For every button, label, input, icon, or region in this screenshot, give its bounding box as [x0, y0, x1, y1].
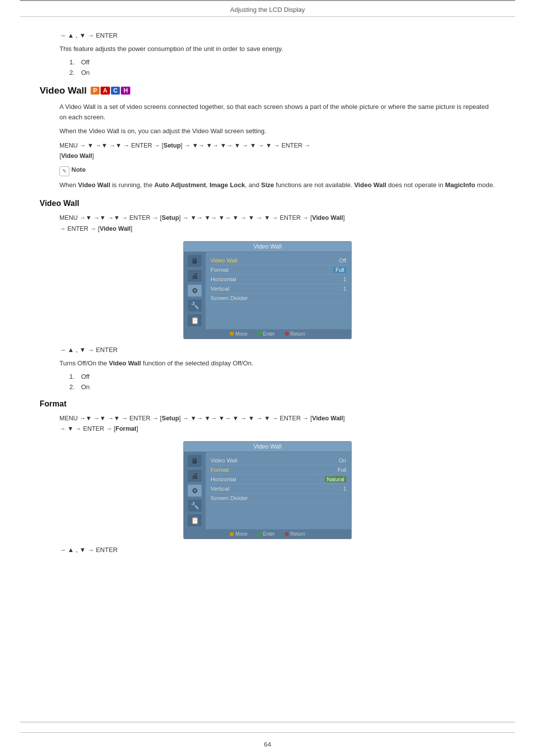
video-wall-sub-menu-path: MENU →▼ →▼ →▼ → ENTER → [Setup] → ▼→ ▼→ …: [59, 213, 495, 234]
screen-row-label-2-5: Screen Divider: [211, 495, 346, 501]
screen-titlebar-2: Video Wall: [184, 442, 351, 452]
screen-footer-1: Move Enter Return: [184, 329, 351, 339]
footer-return-2: Return: [285, 531, 305, 537]
screen-mockup-2: Video Wall 🖥 🖨 ⚙ 🔧 📋 Video Wall : On: [183, 441, 352, 539]
screen-row-2-2: Format : Full: [211, 465, 346, 475]
screen-row-1-3: Horizontal : 1: [211, 275, 346, 284]
footer-enter-2: Enter: [258, 531, 275, 537]
screen-row-label-1-4: Vertical: [211, 286, 336, 292]
vw-list-label-1: Off: [81, 373, 90, 380]
footer-dot-green-1: [258, 332, 262, 336]
footer-enter-label-1: Enter: [263, 331, 275, 337]
sidebar-icon-2: 🖨: [188, 270, 202, 282]
screen-sidebar-1: 🖥 🖨 ⚙ 🔧 📋: [184, 252, 206, 329]
intro-list-item-2: 2. On: [69, 69, 495, 76]
format-sub-title: Format: [40, 400, 495, 408]
screen-container-2: Video Wall 🖥 🖨 ⚙ 🔧 📋 Video Wall : On: [40, 441, 495, 539]
intro-list-label-2: On: [81, 69, 90, 76]
screen-sidebar-2: 🖥 🖨 ⚙ 🔧 📋: [184, 452, 206, 529]
footer-move-2: Move: [230, 531, 247, 537]
badge-h: H: [121, 87, 130, 95]
footer-dot-red-1: [285, 332, 289, 336]
sidebar-icon-3: ⚙: [188, 285, 202, 297]
sidebar-icon-2-5: 📋: [188, 514, 202, 526]
sidebar-icon-2-1: 🖥: [188, 455, 202, 467]
screen-body-2: 🖥 🖨 ⚙ 🔧 📋 Video Wall : On Forma: [184, 452, 351, 529]
footer-return-label-1: Return: [290, 331, 305, 337]
footer-move-label-1: Move: [235, 331, 247, 337]
menu-path-videowall: Video Wall: [61, 152, 92, 159]
screen-row-2-4: Vertical : 1: [211, 484, 346, 494]
screen-body-1: 🖥 🖨 ⚙ 🔧 📋 Video Wall : Off Form: [184, 252, 351, 329]
screen-row-label-2-4: Vertical: [211, 486, 336, 492]
badge-c: C: [111, 87, 120, 95]
footer-enter-label-2: Enter: [263, 531, 275, 537]
page-header: Adjusting the LCD Display: [20, 1, 515, 17]
sidebar-icon-2-3: ⚙: [188, 485, 202, 497]
footer-dot-green-2: [258, 532, 262, 536]
menu-path-setup: Setup: [163, 142, 181, 149]
screen-row-1-2: Format : Full: [211, 265, 346, 275]
screen-mockup-1: Video Wall 🖥 🖨 ⚙ 🔧 📋 Video Wall : Off: [183, 241, 352, 339]
intro-list-label-1: Off: [81, 58, 90, 66]
screen-row-value-1-1: Off: [339, 257, 346, 263]
video-wall-nav-arrow: → ▲ , ▼ → ENTER: [59, 346, 495, 353]
screen-row-1-4: Vertical : 1: [211, 284, 346, 294]
intro-nav-arrow: → ▲ , ▼ → ENTER: [59, 32, 495, 39]
footer-move-label-2: Move: [235, 531, 247, 537]
page-number: 64: [20, 732, 515, 756]
sidebar-icon-1: 🖥: [188, 255, 202, 267]
footer-dot-yellow-1: [230, 332, 234, 336]
footer-divider: [20, 722, 515, 722]
screen-row-1-1: Video Wall : Off: [211, 256, 346, 265]
screen-row-value-1-2: Full: [333, 267, 346, 273]
screen-row-label-2-3: Horizontal: [211, 476, 317, 482]
footer-enter-1: Enter: [258, 331, 275, 337]
screen-row-value-1-3: 1: [343, 276, 346, 282]
note-body-text: When Video Wall is running, the Auto Adj…: [59, 180, 495, 191]
badge-p: P: [91, 87, 100, 95]
screen-row-value-2-4: 1: [343, 486, 346, 492]
page-header-title: Adjusting the LCD Display: [230, 6, 305, 13]
screen-row-2-5: Screen Divider: [211, 494, 346, 503]
screen-container-1: Video Wall 🖥 🖨 ⚙ 🔧 📋 Video Wall : Off: [40, 241, 495, 339]
screen-row-value-1-4: 1: [343, 286, 346, 292]
screen-row-label-2-1: Video Wall: [211, 457, 331, 463]
video-wall-sub-title: Video Wall: [40, 199, 495, 208]
vw-list-num-2: 2.: [69, 383, 79, 391]
sidebar-icon-2-4: 🔧: [188, 500, 202, 511]
footer-return-1: Return: [285, 331, 305, 337]
screen-row-value-2-3: Natural: [325, 476, 346, 482]
sidebar-icon-4: 🔧: [188, 300, 202, 311]
screen-row-2-3: Horizontal : Natural: [211, 475, 346, 484]
format-sub-menu-path: MENU →▼ →▼ →▼ → ENTER → [Setup] → ▼→ ▼→ …: [59, 413, 495, 435]
page-container: Adjusting the LCD Display → ▲ , ▼ → ENTE…: [0, 0, 535, 756]
sidebar-icon-2-2: 🖨: [188, 470, 202, 482]
note-label: Note: [71, 166, 86, 173]
video-wall-title-text: Video Wall: [40, 85, 87, 96]
footer-dot-red-2: [285, 532, 289, 536]
video-wall-list-item-1: 1. Off: [69, 373, 495, 380]
video-wall-sub-desc: Turns Off/On the Video Wall function of …: [59, 358, 495, 369]
footer-move-1: Move: [230, 331, 247, 337]
note-box: ✎ Note: [59, 166, 495, 176]
video-wall-desc1: A Video Wall is a set of video screens c…: [59, 102, 495, 123]
vw-list-label-2: On: [81, 383, 90, 391]
screen-main-2: Video Wall : On Format : Full Horizontal…: [206, 452, 351, 529]
intro-list-number-2: 2.: [69, 69, 79, 76]
screen-row-1-5: Screen Divider: [211, 294, 346, 303]
screen-row-2-1: Video Wall : On: [211, 456, 346, 465]
video-wall-menu-path: MENU → ▼ →▼ →▼ → ENTER → [Setup] → ▼→ ▼→…: [59, 141, 495, 162]
screen-row-value-2-2: Full: [337, 467, 346, 473]
video-wall-main-title: Video Wall P A C H: [40, 85, 495, 96]
screen-row-label-1-2: Format: [211, 267, 326, 273]
video-wall-list-item-2: 2. On: [69, 383, 495, 391]
badge-container: P A C H: [91, 87, 130, 95]
screen-row-label-1-1: Video Wall: [211, 257, 331, 263]
footer-dot-yellow-2: [230, 532, 234, 536]
intro-list-number-1: 1.: [69, 58, 79, 66]
screen-row-label-1-5: Screen Divider: [211, 295, 346, 301]
screen-row-label-2-2: Format: [211, 467, 330, 473]
screen-footer-2: Move Enter Return: [184, 529, 351, 539]
vw-list-num-1: 1.: [69, 373, 79, 380]
